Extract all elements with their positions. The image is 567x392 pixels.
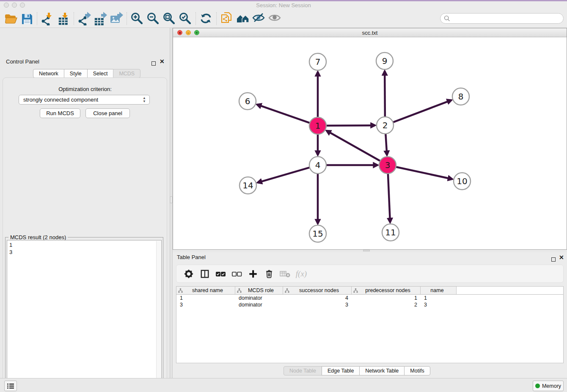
tab-motifs[interactable]: Motifs — [404, 366, 430, 375]
export-table-button[interactable] — [92, 11, 108, 26]
tab-mcds[interactable]: MCDS — [113, 69, 140, 78]
export-network-icon — [77, 12, 91, 25]
tab-network[interactable]: Network — [33, 69, 64, 78]
graph-node-4[interactable]: 4 — [309, 157, 326, 174]
mcds-result-scrollbar[interactable] — [156, 241, 161, 392]
app-zoom-button[interactable] — [20, 3, 25, 8]
graph-node-6[interactable]: 6 — [239, 93, 256, 110]
table-row[interactable]: 3dominator323 — [176, 301, 563, 308]
column-type-icon — [237, 288, 242, 293]
svg-text:11: 11 — [385, 227, 396, 237]
table-cell[interactable]: 1 — [176, 295, 235, 301]
run-mcds-button[interactable]: Run MCDS — [40, 108, 80, 118]
table-cell[interactable]: 3 — [421, 301, 457, 308]
tab-select[interactable]: Select — [87, 69, 114, 78]
graph-edge-2-9[interactable] — [385, 71, 385, 117]
clone-network-button[interactable] — [219, 11, 235, 26]
table-cell[interactable]: 2 — [352, 301, 421, 308]
tab-node-table[interactable]: Node Table — [284, 366, 322, 375]
delete-column-icon[interactable] — [261, 267, 277, 281]
app-close-button[interactable] — [4, 3, 9, 8]
graph-node-10[interactable]: 10 — [454, 173, 471, 190]
graph-edge-2-8[interactable] — [393, 100, 451, 122]
control-panel-close-button[interactable]: ✕ — [160, 59, 165, 63]
graph-edge-1-6[interactable] — [257, 105, 310, 123]
graph-node-9[interactable]: 9 — [376, 52, 393, 69]
tab-style[interactable]: Style — [64, 69, 88, 78]
app-minimize-button[interactable] — [12, 3, 17, 8]
home-button[interactable] — [235, 11, 251, 26]
table-panel-float-button[interactable] — [551, 256, 556, 263]
import-table-button[interactable] — [55, 11, 72, 26]
hide-graphics-details-button[interactable] — [251, 11, 267, 26]
export-image-button[interactable] — [108, 11, 124, 26]
task-history-button[interactable] — [4, 381, 17, 391]
close-panel-button[interactable]: Close panel — [85, 108, 130, 118]
table-row[interactable]: 1dominator411 — [176, 295, 563, 301]
network-minimize-button[interactable]: − — [186, 30, 191, 35]
column-header-predecessor-nodes[interactable]: predecessor nodes — [352, 287, 421, 294]
zoom-selected-button[interactable] — [177, 11, 193, 26]
refresh-network-button[interactable] — [198, 11, 214, 26]
graph-node-7[interactable]: 7 — [309, 53, 326, 70]
function-builder-icon[interactable]: f(x) — [293, 267, 309, 281]
unselect-all-columns-icon[interactable] — [229, 267, 245, 281]
graph-edge-3-1[interactable] — [327, 131, 380, 161]
graph-edge-3-11[interactable] — [388, 174, 390, 222]
import-network-button[interactable] — [39, 11, 55, 26]
graph-node-11[interactable]: 11 — [382, 224, 399, 241]
settings-gear-icon[interactable] — [181, 267, 197, 281]
tab-network-table[interactable]: Network Table — [359, 366, 405, 375]
table-header-row: shared nameMCDS rolesuccessor nodesprede… — [176, 287, 563, 295]
network-zoom-button[interactable]: + — [194, 30, 199, 35]
graph-edge-2-3[interactable] — [385, 134, 387, 155]
graph-node-8[interactable]: 8 — [452, 88, 469, 105]
control-panel-title: Control Panel — [6, 58, 39, 65]
zoom-out-button[interactable] — [145, 11, 161, 26]
column-header-MCDS-role[interactable]: MCDS role — [235, 287, 283, 294]
tab-edge-table[interactable]: Edge Table — [322, 366, 360, 375]
control-panel-tabs: NetworkStyleSelectMCDS — [33, 69, 140, 78]
table-panel-close-button[interactable]: ✕ — [559, 255, 564, 259]
open-file-button[interactable] — [3, 11, 19, 26]
graph-edge-3-10[interactable] — [396, 167, 452, 179]
create-column-icon[interactable] — [245, 267, 261, 281]
svg-text:8: 8 — [458, 91, 464, 102]
zoom-fit-button[interactable] — [161, 11, 177, 26]
delete-table-icon[interactable] — [277, 267, 293, 281]
network-window-title: scc.txt — [173, 28, 567, 37]
graph-node-1[interactable]: 1 — [309, 117, 326, 134]
table-cell[interactable]: dominator — [235, 295, 283, 301]
open-file-icon — [4, 12, 17, 25]
graph-edge-1-2[interactable] — [326, 125, 375, 126]
export-network-button[interactable] — [76, 11, 92, 26]
control-panel-float-button[interactable] — [151, 60, 156, 67]
column-header-name[interactable]: name — [421, 287, 457, 294]
table-cell[interactable]: 1 — [421, 295, 457, 301]
horizontal-splitter-handle[interactable] — [363, 250, 370, 251]
select-all-columns-icon[interactable] — [213, 267, 229, 281]
table-cell[interactable]: 3 — [283, 301, 352, 308]
column-header-shared-name[interactable]: shared name — [176, 287, 235, 294]
table-cell[interactable]: 3 — [176, 301, 235, 308]
table-cell[interactable]: 1 — [352, 295, 421, 301]
graph-node-14[interactable]: 14 — [239, 177, 256, 194]
control-panel: Control Panel ✕ NetworkStyleSelectMCDS O… — [0, 28, 170, 378]
graph-edge-4-14[interactable] — [258, 168, 310, 183]
zoom-in-button[interactable] — [129, 11, 145, 26]
save-session-button[interactable] — [19, 11, 35, 26]
network-close-button[interactable]: ✕ — [177, 30, 182, 35]
graph-node-3[interactable]: 3 — [379, 157, 396, 174]
graph-node-15[interactable]: 15 — [309, 225, 326, 242]
show-graphics-details-button[interactable] — [267, 11, 283, 26]
table-cell[interactable]: dominator — [235, 301, 283, 308]
vertical-splitter-handle[interactable] — [170, 196, 172, 203]
memory-button[interactable]: Memory — [533, 381, 564, 391]
insert-column-icon[interactable] — [197, 267, 213, 281]
column-header-successor-nodes[interactable]: successor nodes — [283, 287, 352, 294]
mcds-result-area[interactable]: 1 3 — [7, 240, 162, 392]
criterion-select[interactable]: strongly connected component ▲▼ — [19, 95, 150, 105]
search-input[interactable] — [440, 13, 564, 24]
graph-node-2[interactable]: 2 — [377, 117, 394, 134]
table-cell[interactable]: 4 — [283, 295, 352, 301]
